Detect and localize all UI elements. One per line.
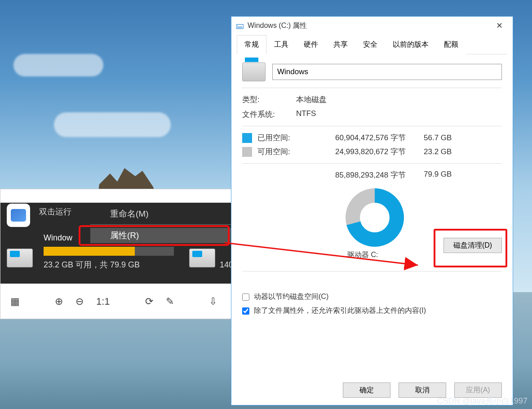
drive-icon: 🖴 bbox=[236, 21, 244, 31]
dialog-title: Windows (C:) 属性 bbox=[248, 21, 307, 31]
drive-icon[interactable] bbox=[189, 249, 215, 267]
tab-general[interactable]: 常规 bbox=[237, 35, 266, 54]
tab-quota[interactable]: 配额 bbox=[436, 35, 466, 54]
drive-name: Window bbox=[44, 233, 72, 243]
rotate-icon[interactable]: ⟳ bbox=[145, 296, 153, 307]
dialog-titlebar[interactable]: 🖴 Windows (C:) 属性 ✕ bbox=[231, 17, 513, 35]
used-swatch bbox=[242, 133, 252, 143]
compress-checkbox-row[interactable]: 动器以节约磁盘空间(C) bbox=[242, 292, 502, 302]
cloud-decoration bbox=[54, 112, 171, 137]
type-value: 本地磁盘 bbox=[296, 94, 327, 105]
highlight-box bbox=[434, 229, 507, 267]
watermark: CSDN @java亮小白1997 bbox=[437, 396, 528, 406]
index-checkbox[interactable] bbox=[242, 307, 249, 315]
total-bytes: 85,898,293,248 字节 bbox=[257, 170, 406, 180]
ok-button[interactable]: 确定 bbox=[343, 382, 390, 398]
properties-dialog: 🖴 Windows (C:) 属性 ✕ 常规 工具 硬件 共享 安全 以前的版本… bbox=[231, 16, 513, 405]
free-swatch bbox=[242, 147, 252, 157]
usage-donut-chart bbox=[346, 188, 404, 247]
free-gb: 23.2 GB bbox=[424, 147, 452, 156]
compress-checkbox[interactable] bbox=[242, 293, 249, 301]
drive-large-icon bbox=[242, 62, 266, 81]
app-icon bbox=[7, 204, 30, 227]
total-gb: 79.9 GB bbox=[424, 170, 452, 180]
tab-sharing[interactable]: 共享 bbox=[326, 35, 355, 54]
compress-label: 动器以节约磁盘空间(C) bbox=[254, 292, 328, 302]
tab-previous[interactable]: 以前的版本 bbox=[385, 35, 436, 54]
filesystem-label: 文件系统: bbox=[242, 109, 292, 120]
zoom-in-icon[interactable]: ⊕ bbox=[55, 296, 63, 307]
tab-tools[interactable]: 工具 bbox=[266, 35, 296, 54]
cloud-decoration bbox=[13, 54, 103, 76]
zoom-out-icon[interactable]: ⊖ bbox=[75, 296, 84, 307]
actual-size-icon[interactable]: 1:1 bbox=[96, 296, 110, 307]
drive-usage-bar bbox=[44, 247, 174, 256]
app-label: 双击运行 bbox=[39, 206, 71, 217]
index-label: 除了文件属性外，还允许索引此驱动器上文件的内容(I) bbox=[254, 306, 426, 316]
filesystem-value: NTFS bbox=[296, 109, 316, 120]
used-gb: 56.7 GB bbox=[424, 133, 452, 142]
tab-security[interactable]: 安全 bbox=[355, 35, 385, 54]
edit-icon[interactable]: ✎ bbox=[166, 296, 174, 307]
used-label: 已用空间: bbox=[257, 133, 302, 143]
used-bytes: 60,904,472,576 字节 bbox=[302, 133, 406, 143]
tab-bar: 常规 工具 硬件 共享 安全 以前的版本 配额 bbox=[237, 35, 507, 54]
drive-name-input[interactable] bbox=[272, 64, 502, 80]
highlight-box bbox=[79, 225, 230, 246]
free-bytes: 24,993,820,672 字节 bbox=[302, 147, 406, 157]
drive-letter-label: 驱动器 C: bbox=[347, 250, 378, 260]
drive-icon[interactable] bbox=[7, 249, 33, 267]
index-checkbox-row[interactable]: 除了文件属性外，还允许索引此驱动器上文件的内容(I) bbox=[242, 306, 502, 316]
type-label: 类型: bbox=[242, 94, 292, 105]
drive-usage-text: 23.2 GB 可用，共 79.9 GB bbox=[44, 259, 140, 270]
grid-icon[interactable]: ▦ bbox=[10, 296, 20, 307]
close-button[interactable]: ✕ bbox=[491, 18, 508, 33]
download-icon[interactable]: ⇩ bbox=[209, 296, 217, 307]
free-label: 可用空间: bbox=[257, 147, 302, 157]
tab-hardware[interactable]: 硬件 bbox=[296, 35, 326, 54]
